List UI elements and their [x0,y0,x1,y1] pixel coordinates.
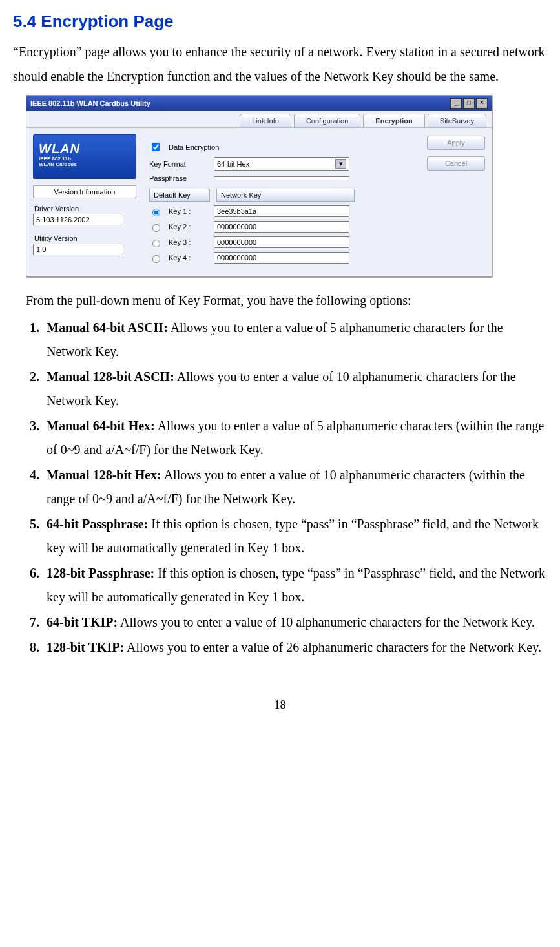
utility-version-label: Utility Version [34,234,136,242]
tab-bar: Link Info Configuration Encryption SiteS… [26,111,492,127]
option-6: 128-bit Passphrase: If this option is ch… [43,561,547,609]
key2-input[interactable]: 0000000000 [214,221,349,233]
page-number: 18 [13,698,547,712]
version-info-label: Version Information [33,185,136,198]
data-encryption-label: Data Encryption [169,143,219,151]
utility-window: IEEE 802.11b WLAN Cardbus Utility _ □ × … [26,95,492,277]
option-8: 128-bit TKIP: Allows you to enter a valu… [43,636,547,660]
logo-box: WLAN IEEE 802.11b WLAN Cardbus [33,134,136,179]
key-format-value: 64-bit Hex [217,160,249,168]
option-3: Manual 64-bit Hex: Allows you to enter a… [43,414,547,462]
key1-radio[interactable] [152,209,160,216]
titlebar: IEEE 802.11b WLAN Cardbus Utility _ □ × [26,96,492,111]
driver-version-label: Driver Version [34,205,136,213]
key3-label: Key 3 : [169,238,207,246]
key-format-dropdown[interactable]: 64-bit Hex ▾ [214,157,349,171]
key2-radio[interactable] [152,224,160,232]
lead-text: From the pull-down menu of Key Format, y… [26,290,547,311]
option-7: 64-bit TKIP: Allows you to enter a value… [43,610,547,634]
option-2: Manual 128-bit ASCII: Allows you to ente… [43,365,547,413]
default-key-header: Default Key [149,189,210,202]
key4-label: Key 4 : [169,254,207,262]
logo-text: WLAN [39,141,130,156]
tab-sitesurvey[interactable]: SiteSurvey [428,114,486,127]
options-list: Manual 64-bit ASCII: Allows you to enter… [28,316,547,660]
action-buttons: Apply Cancel [427,134,485,270]
window-controls: _ □ × [450,98,488,109]
utility-version-value: 1.0 [33,244,123,255]
key3-radio[interactable] [152,240,160,247]
key2-label: Key 2 : [169,223,207,231]
sidebar: WLAN IEEE 802.11b WLAN Cardbus Version I… [33,134,136,270]
passphrase-input[interactable] [214,176,349,180]
driver-version-value: 5.103.1126.2002 [33,214,123,225]
key3-input[interactable]: 0000000000 [214,236,349,248]
key1-input[interactable]: 3ee35b3a1a [214,205,349,217]
close-button[interactable]: × [476,98,488,109]
minimize-button[interactable]: _ [450,98,462,109]
data-encryption-checkbox[interactable] [152,143,160,151]
key4-radio[interactable] [152,255,160,263]
cancel-button[interactable]: Cancel [427,156,485,171]
apply-button[interactable]: Apply [427,136,485,150]
option-1: Manual 64-bit ASCII: Allows you to enter… [43,316,547,364]
option-4: Manual 128-bit Hex: Allows you to enter … [43,463,547,511]
logo-sub2: WLAN Cardbus [39,162,130,168]
tab-configuration[interactable]: Configuration [294,114,360,127]
window-title: IEEE 802.11b WLAN Cardbus Utility [30,99,150,107]
tab-link-info[interactable]: Link Info [240,114,291,127]
maximize-button[interactable]: □ [463,98,475,109]
tab-encryption[interactable]: Encryption [363,114,424,127]
section-heading: 5.4 Encryption Page [13,12,547,32]
main-panel: Data Encryption Key Format 64-bit Hex ▾ … [143,134,420,270]
passphrase-label: Passphrase [149,174,207,182]
network-key-header: Network Key [216,189,355,202]
chevron-down-icon: ▾ [335,159,346,169]
key-format-label: Key Format [149,160,207,168]
key4-input[interactable]: 0000000000 [214,252,349,264]
key1-label: Key 1 : [169,207,207,215]
option-5: 64-bit Passphrase: If this option is cho… [43,512,547,560]
intro-paragraph: “Encryption” page allows you to enhance … [13,39,547,88]
